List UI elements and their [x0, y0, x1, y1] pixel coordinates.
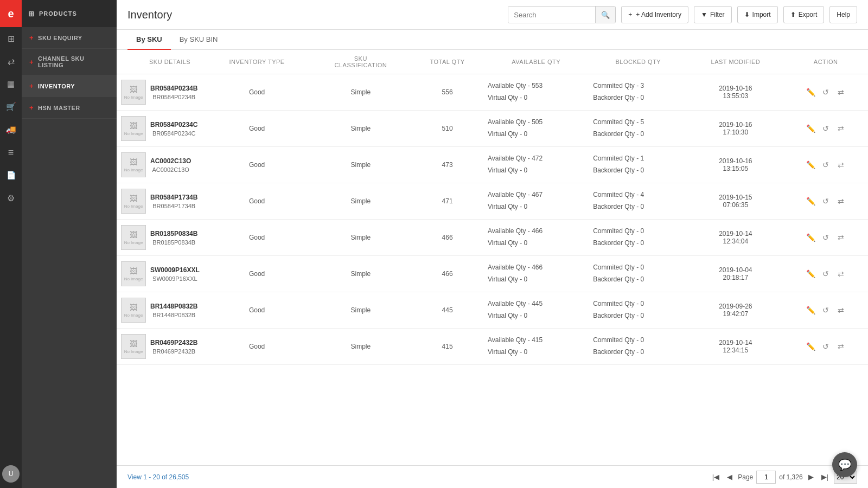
- inventory-type: Good: [204, 147, 310, 183]
- image-placeholder-icon: 🖼: [130, 339, 137, 348]
- nav-icon-gear[interactable]: ⚙: [0, 187, 22, 209]
- shuffle-icon[interactable]: ⇄: [835, 159, 847, 171]
- nav-icon-shuffle[interactable]: ⇄: [0, 50, 22, 73]
- inventory-type: Good: [204, 111, 310, 147]
- col-available-qty: AVAILABLE QTY: [483, 50, 589, 74]
- last-page-button[interactable]: ▶|: [819, 472, 831, 482]
- sidebar-item-channel-sku[interactable]: + CHANNEL SKU LISTING: [22, 49, 117, 75]
- action-cell: ✏️ ↺ ⇄: [783, 183, 868, 220]
- nav-icon-grid[interactable]: ⊞: [0, 27, 22, 50]
- nav-icon-cart[interactable]: 🛒: [0, 95, 22, 118]
- tab-by-sku[interactable]: By SKU: [127, 30, 171, 50]
- sku-code: BR0584P0234B: [150, 94, 197, 100]
- edit-icon[interactable]: ✏️: [805, 341, 816, 352]
- edit-icon[interactable]: ✏️: [805, 304, 816, 316]
- blocked-qty: Commited Qty - 0 Backorder Qty - 0: [589, 256, 687, 292]
- sku-name: BR0584P0234B: [150, 85, 197, 92]
- sku-image: 🖼 No Image: [121, 116, 146, 141]
- col-last-modified: LAST MODIFIED: [688, 50, 784, 74]
- app-logo[interactable]: e: [0, 0, 22, 27]
- export-button[interactable]: ⬆ Export: [783, 6, 825, 23]
- sku-code: BR0469P2432B: [150, 348, 197, 355]
- next-page-button[interactable]: ▶: [806, 472, 816, 482]
- export-icon: ⬆: [790, 11, 796, 18]
- plus-icon: +: [29, 104, 34, 112]
- nav-icon-truck[interactable]: 🚚: [0, 118, 22, 141]
- total-qty: 510: [411, 111, 483, 147]
- chat-button[interactable]: 💬: [832, 452, 857, 477]
- col-total-qty: TOTAL QTY: [411, 50, 483, 74]
- shuffle-icon[interactable]: ⇄: [835, 268, 847, 280]
- col-sku-details: SKU DETAILS: [117, 50, 204, 74]
- page-input[interactable]: [756, 471, 776, 484]
- last-modified: 2019-10-15 07:06:35: [688, 183, 784, 220]
- shuffle-icon[interactable]: ⇄: [835, 86, 847, 98]
- avatar[interactable]: U: [2, 465, 20, 483]
- available-qty: Available Qty - 445 Virtual Qty - 0: [483, 292, 589, 329]
- sidebar-item-sku-enquiry[interactable]: + SKU ENQUIRY: [22, 27, 117, 49]
- history-icon[interactable]: ↺: [820, 304, 832, 316]
- action-cell: ✏️ ↺ ⇄: [783, 74, 868, 111]
- blocked-qty: Commited Qty - 5 Backorder Qty - 0: [589, 111, 687, 147]
- page-total: of 1,326: [779, 473, 802, 481]
- blocked-qty: Commited Qty - 0 Backorder Qty - 0: [589, 292, 687, 329]
- sku-name: BR1448P0832B: [150, 303, 197, 310]
- plus-icon: +: [628, 11, 632, 18]
- edit-icon[interactable]: ✏️: [805, 268, 816, 280]
- nav-icon-list[interactable]: ≡: [0, 141, 22, 164]
- import-button[interactable]: ⬇ Import: [737, 6, 778, 23]
- shuffle-icon[interactable]: ⇄: [835, 123, 847, 134]
- add-inventory-button[interactable]: + + Add Inventory: [621, 6, 688, 23]
- search-input[interactable]: [508, 7, 595, 23]
- sidebar-item-hsn-master[interactable]: + HSN MASTER: [22, 97, 117, 119]
- tab-by-sku-bin[interactable]: By SKU BIN: [171, 30, 227, 50]
- history-icon[interactable]: ↺: [820, 86, 832, 98]
- sidebar-item-label: HSN MASTER: [38, 105, 80, 111]
- history-icon[interactable]: ↺: [820, 123, 832, 134]
- nav-icon-doc[interactable]: 📄: [0, 164, 22, 187]
- sku-code: BR0185P0834B: [150, 239, 197, 246]
- available-qty: Available Qty - 415 Virtual Qty - 0: [483, 329, 589, 365]
- history-icon[interactable]: ↺: [820, 268, 832, 280]
- page-title: Inventory: [127, 9, 502, 21]
- blocked-qty: Commited Qty - 1 Backorder Qty - 0: [589, 147, 687, 183]
- history-icon[interactable]: ↺: [820, 195, 832, 207]
- prev-page-button[interactable]: ◀: [725, 472, 735, 482]
- image-placeholder-icon: 🖼: [130, 158, 137, 166]
- shuffle-icon[interactable]: ⇄: [835, 341, 847, 352]
- total-qty: 556: [411, 74, 483, 111]
- sidebar-item-inventory[interactable]: + INVENTORY: [22, 75, 117, 97]
- inventory-type: Good: [204, 183, 310, 220]
- help-button[interactable]: Help: [829, 6, 857, 23]
- sku-image: 🖼 No Image: [121, 225, 146, 250]
- sku-classification: Simple: [310, 183, 412, 220]
- history-icon[interactable]: ↺: [820, 232, 832, 243]
- nav-icon-barcode[interactable]: ▦: [0, 73, 22, 95]
- shuffle-icon[interactable]: ⇄: [835, 304, 847, 316]
- table-row: 🖼 No Image BR0185P0834B BR0185P0834B Goo…: [117, 220, 868, 256]
- products-grid-icon: ⊞: [28, 10, 35, 18]
- history-icon[interactable]: ↺: [820, 159, 832, 171]
- blocked-qty: Commited Qty - 4 Backorder Qty - 0: [589, 183, 687, 220]
- shuffle-icon[interactable]: ⇄: [835, 195, 847, 207]
- sku-name: SW0009P16XXL: [150, 266, 200, 274]
- total-qty: 471: [411, 183, 483, 220]
- search-button[interactable]: 🔍: [595, 7, 615, 23]
- edit-icon[interactable]: ✏️: [805, 159, 816, 171]
- col-inventory-type: INVENTORY TYPE: [204, 50, 310, 74]
- edit-icon[interactable]: ✏️: [805, 123, 816, 134]
- image-placeholder-icon: 🖼: [130, 303, 137, 312]
- image-placeholder-icon: 🖼: [130, 85, 137, 94]
- edit-icon[interactable]: ✏️: [805, 232, 816, 243]
- edit-icon[interactable]: ✏️: [805, 195, 816, 207]
- inventory-type: Good: [204, 74, 310, 111]
- table-row: 🖼 No Image SW0009P16XXL SW0009P16XXL Goo…: [117, 256, 868, 292]
- total-qty: 473: [411, 147, 483, 183]
- inventory-type: Good: [204, 329, 310, 365]
- action-cell: ✏️ ↺ ⇄: [783, 220, 868, 256]
- filter-button[interactable]: ▼ Filter: [694, 6, 732, 23]
- history-icon[interactable]: ↺: [820, 341, 832, 352]
- edit-icon[interactable]: ✏️: [805, 86, 816, 98]
- shuffle-icon[interactable]: ⇄: [835, 232, 847, 243]
- first-page-button[interactable]: |◀: [710, 472, 722, 482]
